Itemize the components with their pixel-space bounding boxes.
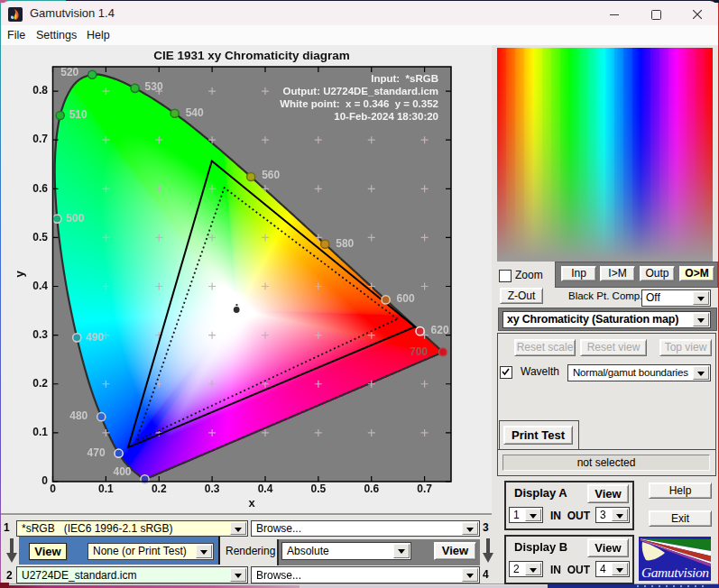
svg-text:Gamutvision: Gamutvision bbox=[641, 565, 709, 580]
